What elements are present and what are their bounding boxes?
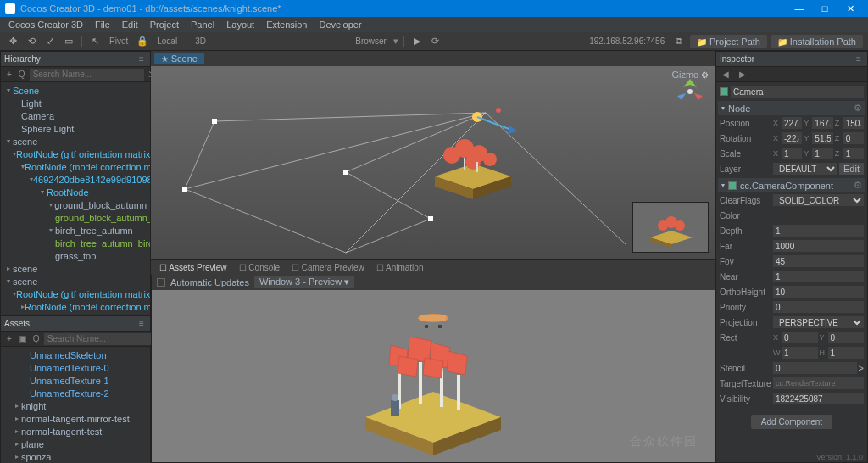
tree-node[interactable]: ▸scene [1,262,150,275]
layer-select[interactable]: DEFAULT [773,163,837,175]
rect-x[interactable] [782,332,818,343]
color-chip[interactable] [773,210,864,220]
tree-node[interactable]: ▾4692420dbe8142e99d91098b0c2b30ff [1,173,150,186]
clearflags-select[interactable]: SOLID_COLOR [773,194,864,206]
rot-z[interactable] [843,132,864,144]
add-component-button[interactable]: Add Component [751,415,832,429]
refresh-icon[interactable]: ⟳ [428,35,443,48]
copy-icon[interactable]: ⧉ [671,35,687,48]
search-icon[interactable]: Q [16,70,28,79]
add-icon[interactable]: + [4,334,14,343]
tree-node[interactable]: UnnamedSkeleton [1,349,150,361]
install-path-button[interactable]: 📁 Installation Path [771,35,863,48]
tree-node[interactable]: ▾RootNode (model correction matrix) [1,160,150,173]
far-field[interactable] [773,240,864,252]
component-enabled-checkbox[interactable] [728,181,737,190]
menu-developer[interactable]: Developer [314,19,366,31]
next-icon[interactable]: ▶ [737,70,748,79]
project-path-button[interactable]: 📁 Project Path [690,35,767,48]
rect-y[interactable] [828,332,865,343]
maximize-button[interactable]: □ [812,3,837,14]
rotate-tool-icon[interactable]: ⟲ [24,35,39,48]
near-field[interactable] [773,271,864,282]
tree-node[interactable]: UnnamedTexture-0 [1,361,150,374]
axis-gizmo-icon[interactable] [673,75,707,109]
preview-window-select[interactable]: Window 3 - Preview ▾ [254,276,354,288]
auto-update-checkbox[interactable] [157,278,165,287]
tree-node[interactable]: ground_block_autumn_autumn_t [1,211,150,224]
projection-select[interactable]: PERSPECTIVE [773,316,864,328]
tree-node[interactable]: ▾RootNode (gltf orientation matrix) [1,148,150,160]
scene-3d-view[interactable]: Gizmo ⚙ [151,66,715,259]
panel-menu-icon[interactable]: ≡ [136,319,147,328]
layer-edit-button[interactable]: Edit [839,163,864,175]
tree-node[interactable]: Light [1,97,150,109]
scale-z[interactable] [843,148,864,159]
pos-z[interactable] [843,117,864,129]
mode-3d[interactable]: 3D [192,36,209,46]
priority-field[interactable] [773,301,864,313]
tree-node[interactable]: UnnamedTexture-2 [1,387,150,399]
menu-cocos-creator-3d[interactable]: Cocos Creator 3D [3,19,88,31]
pointer-icon[interactable]: ↖ [87,35,103,48]
play-icon[interactable]: ▶ [409,35,425,48]
pos-y[interactable] [812,117,832,129]
tree-node[interactable]: Sphere Light [1,122,150,135]
tree-node[interactable]: ▸normal-tangent-test [1,425,150,438]
camera-enabled-checkbox[interactable] [720,87,728,96]
assets-search-input[interactable] [44,333,159,345]
local-label[interactable]: Local [153,36,181,46]
minimize-button[interactable]: — [787,3,812,14]
scale-y[interactable] [812,148,832,159]
assets-tree[interactable]: UnnamedSkeletonUnnamedTexture-0UnnamedTe… [1,347,150,463]
browser-select[interactable]: Browser [352,36,390,46]
tab-assets-preview[interactable]: ☐ Assets Preview [154,262,232,273]
rot-x[interactable] [782,132,802,144]
add-icon[interactable]: + [4,70,14,79]
tree-node[interactable]: grass_top [1,249,150,262]
node-section-header[interactable]: ▾Node⚙ [718,101,865,115]
visibility-field[interactable] [773,393,864,404]
panel-menu-icon[interactable]: ≡ [136,54,147,64]
close-button[interactable]: ✕ [837,3,863,14]
tab-animation[interactable]: ☐ Animation [371,262,429,273]
tree-node[interactable]: ▾ground_block_autumn [1,198,150,211]
camera-preview-thumbnail[interactable] [632,202,709,253]
depth-field[interactable] [773,225,864,237]
stencil-field[interactable] [773,362,857,374]
fov-field[interactable] [773,255,864,267]
tree-node[interactable]: ▾scene [1,135,150,148]
rect-h[interactable] [828,347,865,359]
move-tool-icon[interactable]: ✥ [5,35,20,48]
search-icon[interactable]: Q [31,334,42,343]
menu-layout[interactable]: Layout [221,19,259,31]
menu-edit[interactable]: Edit [117,19,143,31]
hierarchy-tree[interactable]: ▾SceneLightCameraSphere Light▾scene▾Root… [1,82,150,315]
tab-console[interactable]: ☐ Console [234,262,285,273]
prev-icon[interactable]: ◀ [720,70,732,79]
tree-node[interactable]: ▾RootNode (gltf orientation matrix) [1,287,150,300]
tree-node[interactable]: ▾birch_tree_autumn [1,224,150,237]
menu-project[interactable]: Project [145,19,184,31]
node-name-field[interactable] [731,86,864,98]
rect-tool-icon[interactable]: ▭ [61,35,76,48]
tree-node[interactable]: ▸RootNode (model correction matrix) [1,300,150,313]
tree-node[interactable]: ▸sponza [1,450,150,463]
tree-node[interactable]: Camera [1,109,150,122]
scale-tool-icon[interactable]: ⤢ [42,35,58,48]
tree-node[interactable]: ▾RootNode [1,186,150,198]
tree-node[interactable]: UnnamedTexture-1 [1,374,150,387]
menu-file[interactable]: File [90,19,115,31]
scale-x[interactable] [782,148,802,159]
tree-node[interactable]: ▸normal-tangent-mirror-test [1,412,150,425]
tree-node[interactable]: ▾Scene [1,84,150,97]
pivot-label[interactable]: Pivot [106,36,131,46]
tab-camera-preview[interactable]: ☐ Camera Preview [287,262,370,273]
tree-node[interactable]: ▸knight [1,399,150,412]
pos-x[interactable] [782,117,802,129]
panel-menu-icon[interactable]: ≡ [854,54,864,64]
toggle-icon[interactable]: ▣ [16,334,29,343]
tree-node[interactable]: ▾scene [1,275,150,287]
menu-panel[interactable]: Panel [186,19,220,31]
tree-node[interactable]: ▸plane [1,438,150,450]
